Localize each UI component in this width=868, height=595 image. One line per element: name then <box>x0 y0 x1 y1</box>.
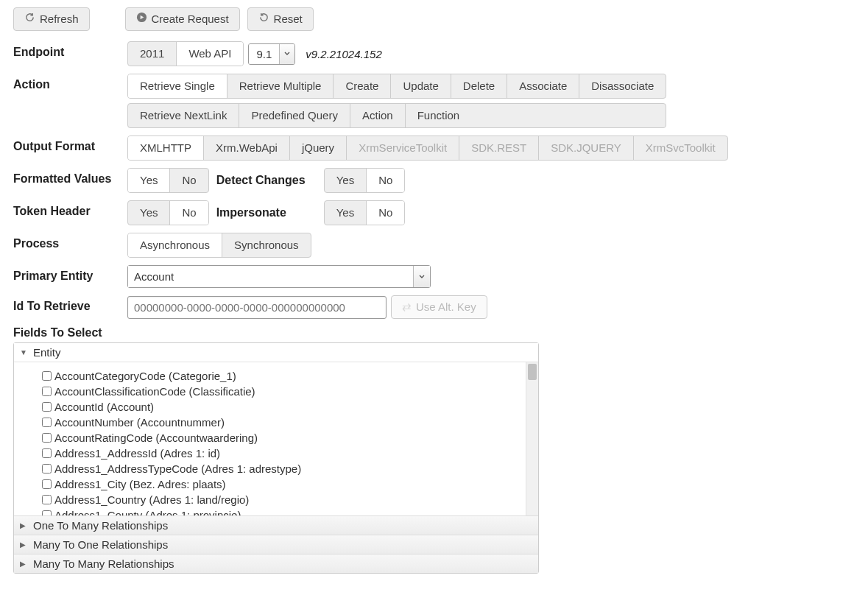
token-header-label: Token Header <box>13 200 127 218</box>
field-checkbox[interactable] <box>42 448 52 458</box>
of-jquery[interactable]: jQuery <box>290 136 347 160</box>
version-select[interactable]: 9.1 <box>248 43 295 65</box>
action-row2: Retrieve NextLink Predefined Query Actio… <box>127 103 666 128</box>
field-item[interactable]: AccountNumber (Accountnummer) <box>42 415 532 430</box>
proc-sync[interactable]: Synchronous <box>222 233 311 257</box>
refresh-button[interactable]: Refresh <box>13 7 90 31</box>
dc-no[interactable]: No <box>367 169 404 192</box>
token-header-segment: Yes No <box>127 200 209 225</box>
detect-changes-label: Detect Changes <box>214 174 320 187</box>
field-checkbox[interactable] <box>42 495 52 504</box>
triangle-down-icon: ▼ <box>20 348 27 356</box>
dc-yes[interactable]: Yes <box>325 169 367 192</box>
output-format-segment: XMLHTTP Xrm.WebApi jQuery XrmServiceTool… <box>127 135 728 161</box>
chevron-down-icon <box>413 266 430 287</box>
action-retrieve-multiple[interactable]: Retrieve Multiple <box>227 74 334 98</box>
scrollbar[interactable] <box>526 362 538 515</box>
chevron-down-icon <box>279 44 294 64</box>
endpoint-segment: 2011 Web API <box>127 41 244 66</box>
accordion-many-to-one[interactable]: ▶ Many To One Relationships <box>14 535 538 554</box>
primary-entity-label: Primary Entity <box>13 265 127 283</box>
of-xrmsvctoolkit: XrmSvcToolkit <box>634 136 727 160</box>
action-action[interactable]: Action <box>350 104 406 127</box>
field-item[interactable]: Address1_County (Adres 1: provincie) <box>42 507 532 515</box>
field-checkbox[interactable] <box>42 371 52 381</box>
action-function[interactable]: Function <box>406 104 472 127</box>
field-item[interactable]: Address1_AddressId (Adres 1: id) <box>42 446 532 461</box>
endpoint-label: Endpoint <box>13 41 127 59</box>
accordion-mtm-label: Many To Many Relationships <box>33 557 174 570</box>
field-checkbox[interactable] <box>42 433 52 443</box>
of-xmlhttp[interactable]: XMLHTTP <box>128 136 204 160</box>
swap-icon: ⇄ <box>402 300 412 314</box>
detect-changes-segment: Yes No <box>324 168 406 193</box>
action-predefined-query[interactable]: Predefined Query <box>239 104 350 127</box>
action-update[interactable]: Update <box>391 74 451 98</box>
action-retrieve-single[interactable]: Retrieve Single <box>128 74 227 98</box>
version-value: 9.1 <box>249 44 279 64</box>
accordion-mto-label: Many To One Relationships <box>33 538 168 551</box>
primary-entity-value: Account <box>128 266 413 287</box>
of-xrmservicetoolkit: XrmServiceToolkit <box>347 136 459 160</box>
play-icon <box>136 12 147 27</box>
reset-button[interactable]: Reset <box>247 7 314 31</box>
action-create[interactable]: Create <box>334 74 391 98</box>
field-checkbox[interactable] <box>42 510 52 515</box>
impersonate-label: Impersonate <box>214 206 320 219</box>
undo-icon <box>258 12 269 27</box>
id-to-retrieve-input[interactable] <box>127 296 387 319</box>
impersonate-segment: Yes No <box>324 200 406 225</box>
accordion-one-to-many[interactable]: ▶ One To Many Relationships <box>14 515 538 535</box>
fv-no[interactable]: No <box>170 169 208 192</box>
formatted-values-segment: Yes No <box>127 168 209 193</box>
field-checkbox[interactable] <box>42 402 52 412</box>
imp-no[interactable]: No <box>367 201 404 225</box>
triangle-right-icon: ▶ <box>20 521 27 529</box>
fv-yes[interactable]: Yes <box>128 169 170 192</box>
output-format-label: Output Format <box>13 135 127 153</box>
formatted-values-label: Formatted Values <box>13 168 127 186</box>
imp-yes[interactable]: Yes <box>325 201 367 225</box>
endpoint-2011[interactable]: 2011 <box>128 42 177 66</box>
accordion-entity-label: Entity <box>33 346 61 359</box>
entity-field-list: AccountCategoryCode (Categorie_1) Accoun… <box>14 362 538 515</box>
action-disassociate[interactable]: Disassociate <box>579 74 666 98</box>
process-segment: Asynchronous Synchronous <box>127 233 311 258</box>
create-request-label: Create Request <box>152 12 229 27</box>
use-alt-key-button: ⇄ Use Alt. Key <box>391 295 487 319</box>
field-item[interactable]: AccountRatingCode (Accountwaardering) <box>42 430 532 446</box>
field-item[interactable]: AccountClassificationCode (Classificatie… <box>42 384 532 399</box>
primary-entity-select[interactable]: Account <box>127 265 431 288</box>
action-associate[interactable]: Associate <box>507 74 579 98</box>
field-item[interactable]: Address1_AddressTypeCode (Adres 1: adres… <box>42 461 532 476</box>
field-item[interactable]: Address1_City (Bez. Adres: plaats) <box>42 476 532 492</box>
th-yes[interactable]: Yes <box>128 201 170 225</box>
endpoint-webapi[interactable]: Web API <box>177 42 243 66</box>
field-checkbox[interactable] <box>42 418 52 427</box>
proc-async[interactable]: Asynchronous <box>128 233 222 257</box>
field-checkbox[interactable] <box>42 464 52 473</box>
refresh-label: Refresh <box>40 12 79 27</box>
refresh-icon <box>24 12 35 27</box>
field-checkbox[interactable] <box>42 479 52 489</box>
th-no[interactable]: No <box>170 201 208 225</box>
accordion-otm-label: One To Many Relationships <box>33 519 168 532</box>
process-label: Process <box>13 233 127 250</box>
version-text: v9.2.21024.152 <box>306 48 381 60</box>
field-item[interactable]: AccountCategoryCode (Categorie_1) <box>42 368 532 384</box>
field-item[interactable]: Address1_Country (Adres 1: land/regio) <box>42 492 532 507</box>
field-checkbox[interactable] <box>42 387 52 396</box>
action-retrieve-nextlink[interactable]: Retrieve NextLink <box>128 104 239 127</box>
fields-to-select-label: Fields To Select <box>13 326 855 339</box>
reset-label: Reset <box>274 12 303 27</box>
of-sdkrest: SDK.REST <box>459 136 539 160</box>
action-label: Action <box>13 74 127 91</box>
of-xrmwebapi[interactable]: Xrm.WebApi <box>204 136 290 160</box>
triangle-right-icon: ▶ <box>20 560 27 568</box>
accordion-many-to-many[interactable]: ▶ Many To Many Relationships <box>14 554 538 573</box>
field-item[interactable]: AccountId (Account) <box>42 399 532 415</box>
create-request-button[interactable]: Create Request <box>125 7 240 31</box>
scrollbar-thumb[interactable] <box>528 364 537 380</box>
accordion-entity[interactable]: ▼ Entity <box>14 343 538 362</box>
action-delete[interactable]: Delete <box>451 74 507 98</box>
